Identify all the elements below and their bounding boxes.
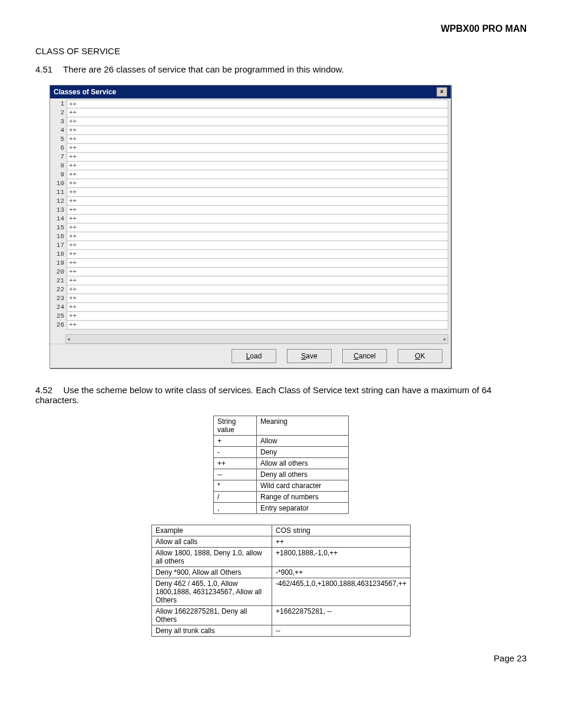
ok-button[interactable]: OK	[398, 349, 442, 363]
example-cell: Deny *900, Allow all Others	[152, 567, 272, 578]
table-row: Deny 462 / 465, 1,0, Allow 1800,1888, 46…	[152, 578, 411, 606]
string-header-col2: Meaning	[257, 416, 349, 436]
cos-row: 3++	[51, 117, 448, 126]
cos-row-input[interactable]: ++	[67, 276, 448, 285]
cos-row-input[interactable]: ++	[67, 197, 448, 206]
meaning-cell: Range of numbers	[257, 492, 349, 503]
cos-row-input[interactable]: ++	[67, 179, 448, 188]
cos-row-input[interactable]: ++	[67, 321, 448, 330]
cos-row-index: 15	[51, 223, 67, 232]
cos-row: 18++	[51, 250, 448, 259]
cos-row: 21++	[51, 276, 448, 285]
para-452-num: 4.52	[35, 385, 52, 395]
cos-row-index: 14	[51, 215, 67, 223]
para-452-text: Use the scheme below to write class of s…	[35, 385, 491, 405]
cos-row-input[interactable]: ++	[67, 126, 448, 135]
cos-row: 23++	[51, 294, 448, 303]
cos-row: 11++	[51, 188, 448, 197]
cos-string-cell: -462/465,1,0,+1800,1888,4631234567,++	[272, 578, 411, 606]
horizontal-scrollbar[interactable]: ◂ ▸	[65, 334, 448, 344]
cos-row: 6++	[51, 144, 448, 153]
cos-row-index: 3	[51, 117, 67, 126]
save-button[interactable]: Save	[287, 349, 332, 363]
cos-row: 24++	[51, 303, 448, 312]
cos-row: 12++	[51, 197, 448, 206]
cos-row-input[interactable]: ++	[67, 223, 448, 232]
table-row: /Range of numbers	[214, 492, 349, 503]
table-row: Example COS string	[152, 525, 411, 536]
scroll-right-icon: ▸	[444, 336, 447, 342]
cos-row-index: 7	[51, 153, 67, 162]
table-row: Deny all trunk calls--	[152, 625, 411, 637]
cos-row-input[interactable]: ++	[67, 241, 448, 250]
cos-row-input[interactable]: ++	[67, 117, 448, 126]
cos-row-index: 21	[51, 276, 67, 285]
save-label: ave	[306, 352, 317, 360]
meaning-cell: Entry separator	[257, 503, 349, 514]
cos-row-index: 23	[51, 294, 67, 303]
string-cell: --	[214, 469, 257, 480]
string-cell: +	[214, 436, 257, 447]
string-cell: -	[214, 447, 257, 458]
cos-string-cell: -*900,++	[272, 567, 411, 578]
table-row: Allow all calls++	[152, 536, 411, 548]
ok-u: O	[415, 352, 420, 360]
cos-row-input[interactable]: ++	[67, 100, 448, 108]
cos-row-index: 1	[51, 100, 67, 108]
cos-row-index: 26	[51, 321, 67, 330]
cos-row-input[interactable]: ++	[67, 215, 448, 223]
section-heading: CLASS OF SERVICE	[35, 46, 527, 56]
cos-row-input[interactable]: ++	[67, 250, 448, 259]
cos-row-index: 11	[51, 188, 67, 197]
meaning-cell: Allow	[257, 436, 349, 447]
classes-of-service-dialog: Classes of Service × 1++2++3++4++5++6++7…	[49, 85, 451, 368]
cos-row-input[interactable]: ++	[67, 268, 448, 276]
cos-row-input[interactable]: ++	[67, 170, 448, 179]
cos-row-index: 22	[51, 285, 67, 294]
close-button[interactable]: ×	[437, 87, 447, 97]
cos-row-index: 4	[51, 126, 67, 135]
load-button[interactable]: Load	[232, 349, 276, 363]
cos-row-input[interactable]: ++	[67, 285, 448, 294]
cos-row-input[interactable]: ++	[67, 303, 448, 312]
cos-rows-container: 1++2++3++4++5++6++7++8++9++10++11++12++1…	[50, 98, 451, 331]
cos-row-input[interactable]: ++	[67, 259, 448, 268]
cos-row-index: 18	[51, 250, 67, 259]
example-cell: Allow all calls	[152, 536, 272, 548]
cos-row-index: 20	[51, 268, 67, 276]
cos-row-input[interactable]: ++	[67, 108, 448, 117]
load-label: oad	[250, 352, 262, 360]
table-row: ,Entry separator	[214, 503, 349, 514]
page-number: Page 23	[35, 653, 527, 663]
string-cell: /	[214, 492, 257, 503]
scroll-left-icon: ◂	[67, 336, 70, 342]
cos-row-index: 16	[51, 232, 67, 241]
cancel-label: ancel	[359, 352, 376, 360]
close-icon: ×	[440, 89, 444, 95]
cos-row: 2++	[51, 108, 448, 117]
cos-row-input[interactable]: ++	[67, 153, 448, 162]
example-cell: Allow 1800, 1888, Deny 1,0, allow all ot…	[152, 548, 272, 567]
doc-header: WPBX00 PRO MAN	[35, 24, 527, 34]
meaning-cell: Deny all others	[257, 469, 349, 480]
ok-rest: K	[421, 352, 425, 360]
cos-row-input[interactable]: ++	[67, 206, 448, 215]
cancel-button[interactable]: Cancel	[342, 349, 387, 363]
cos-row: 14++	[51, 215, 448, 223]
dialog-button-row: Load Save Cancel OK	[50, 344, 451, 368]
cos-row-input[interactable]: ++	[67, 294, 448, 303]
cos-row: 7++	[51, 153, 448, 162]
cos-row-input[interactable]: ++	[67, 232, 448, 241]
example-cell: Allow 16622875281, Deny all Others	[152, 606, 272, 625]
cos-row-input[interactable]: ++	[67, 162, 448, 170]
cos-row: 19++	[51, 259, 448, 268]
cos-row-input[interactable]: ++	[67, 144, 448, 153]
cos-row-input[interactable]: ++	[67, 312, 448, 321]
table-row: Allow 1800, 1888, Deny 1,0, allow all ot…	[152, 548, 411, 567]
table-row: *Wild card character	[214, 480, 349, 492]
cos-row-input[interactable]: ++	[67, 188, 448, 197]
cos-row-input[interactable]: ++	[67, 135, 448, 144]
cos-row-index: 9	[51, 170, 67, 179]
cos-row-index: 13	[51, 206, 67, 215]
table-row: ++Allow all others	[214, 458, 349, 469]
